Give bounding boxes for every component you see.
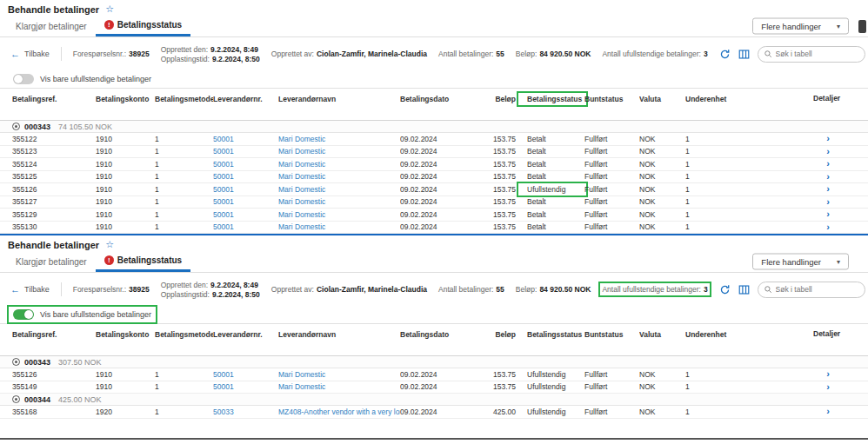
column-header-valuta[interactable]: Valuta (639, 95, 685, 103)
row-details-chevron[interactable]: › (813, 382, 843, 392)
column-header-belop[interactable]: Beløp (474, 330, 520, 339)
row-details-chevron[interactable]: › (813, 172, 843, 182)
refresh-icon[interactable] (719, 49, 731, 60)
info-label: Opplastingstid: (161, 55, 210, 63)
payment-group-row[interactable]: 000344425.00 NOK (0, 394, 868, 406)
payment-row[interactable]: 3551251910150001Mari Domestic09.02.20241… (0, 171, 868, 184)
tab-klargjor-betalinger[interactable]: Klargjør betalinger (7, 251, 96, 272)
table-search[interactable] (758, 282, 865, 298)
cell-levnr[interactable]: 50001 (213, 160, 278, 169)
tab-betalingsstatus[interactable]: ! Betalingsstatus (96, 16, 190, 36)
show-incomplete-toggle[interactable] (13, 74, 34, 84)
column-header-buntstatus[interactable]: Buntstatus (584, 330, 639, 339)
cell-konto: 1910 (96, 147, 155, 156)
tab-betalingsstatus[interactable]: ! Betalingsstatus (96, 251, 190, 272)
table-search[interactable] (758, 46, 865, 63)
column-header-detaljer[interactable]: Detaljer (813, 330, 843, 339)
column-header-betalingsstatus[interactable]: Betalingsstatus (520, 95, 584, 103)
cell-levnr[interactable]: 50001 (213, 370, 278, 379)
column-header-leverandornr[interactable]: Leverandørnr. (213, 330, 278, 339)
cell-under: 1 (685, 185, 813, 194)
row-details-chevron[interactable]: › (813, 147, 843, 156)
group-ref: 000343 (24, 123, 50, 131)
refresh-icon[interactable] (719, 284, 731, 295)
favorite-star-icon[interactable]: ☆ (105, 239, 114, 250)
row-details-chevron[interactable]: › (813, 209, 843, 219)
cell-levnr[interactable]: 50001 (213, 210, 278, 219)
column-header-betalingsdato[interactable]: Betalingsdato (400, 95, 474, 103)
search-input[interactable] (776, 50, 859, 58)
row-details-chevron[interactable]: › (813, 159, 843, 169)
table-columns-icon[interactable] (738, 49, 750, 60)
cell-levnr[interactable]: 50001 (213, 197, 278, 206)
tab-klargjor-betalinger[interactable]: Klargjør betalinger (7, 16, 96, 36)
payment-row[interactable]: 3551241910150001Mari Domestic09.02.20241… (0, 158, 868, 171)
row-details-chevron[interactable]: › (813, 197, 843, 207)
column-header-buntstatus[interactable]: Buntstatus (584, 95, 639, 103)
back-button[interactable]: ← Tilbake (10, 284, 50, 295)
column-header-valuta[interactable]: Valuta (639, 330, 685, 339)
cell-levnr[interactable]: 50033 (213, 408, 278, 416)
payment-row[interactable]: 3551231910150001Mari Domestic09.02.20241… (0, 146, 868, 159)
cell-metode: 1 (155, 370, 213, 379)
table-columns-icon[interactable] (738, 284, 750, 295)
more-actions-button[interactable]: Flere handlinger ▾ (752, 18, 849, 35)
column-header-betalingskonto[interactable]: Betalingskonto (96, 330, 155, 339)
cell-levnavn[interactable]: Mari Domestic (278, 135, 400, 143)
column-header-betalingsref[interactable]: Betalingsref. (12, 330, 96, 339)
cell-levnr[interactable]: 50001 (213, 382, 278, 391)
row-details-chevron[interactable]: › (813, 222, 843, 232)
column-header-betalingsref[interactable]: Betalingsref. (12, 95, 96, 103)
payment-row[interactable]: 3551681920150033MZ408-Another vendor wit… (0, 406, 868, 419)
column-header-belop[interactable]: Beløp (474, 95, 520, 103)
payment-row[interactable]: 3551271910150001Mari Domestic09.02.20241… (0, 196, 868, 209)
row-details-chevron[interactable]: › (813, 134, 843, 143)
cell-levnavn[interactable]: Mari Domestic (278, 160, 400, 169)
cell-levnr[interactable]: 50001 (213, 135, 278, 143)
payment-row[interactable]: 3551301910150001Mari Domestic09.02.20241… (0, 222, 868, 235)
row-details-chevron[interactable]: › (813, 369, 843, 379)
info-label: Beløp: (516, 285, 537, 294)
payment-row[interactable]: 3551291910150001Mari Domestic09.02.20241… (0, 209, 868, 222)
column-header-betalingsdato[interactable]: Betalingsdato (400, 330, 474, 339)
column-header-detaljer[interactable]: Detaljer (813, 95, 843, 103)
cell-levnr[interactable]: 50001 (213, 222, 278, 231)
cell-levnavn[interactable]: Mari Domestic (278, 382, 400, 391)
payment-group-row[interactable]: 000343307.50 NOK (0, 356, 868, 368)
cell-levnr[interactable]: 50001 (213, 147, 278, 156)
request-number-info: Forespørselsnr.: 38925 (73, 285, 150, 294)
payment-row[interactable]: 3551261910150001Mari Domestic09.02.20241… (0, 183, 868, 196)
column-header-leverandornavn[interactable]: Leverandørnavn (278, 330, 400, 339)
back-button[interactable]: ← Tilbake (10, 49, 50, 59)
column-header-betalingskonto[interactable]: Betalingskonto (96, 95, 155, 103)
column-header-betalingsmetode[interactable]: Betalingsmetode (155, 95, 213, 103)
side-panel-icon[interactable] (858, 20, 866, 33)
page-header: Behandle betalinger ☆ (0, 235, 868, 251)
show-incomplete-toggle[interactable] (13, 309, 34, 320)
row-details-chevron[interactable]: › (813, 407, 843, 416)
column-header-betalingsmetode[interactable]: Betalingsmetode (155, 330, 213, 339)
cell-levnavn[interactable]: Mari Domestic (278, 222, 400, 231)
column-header-underenhet[interactable]: Underenhet (685, 95, 813, 103)
cell-levnavn[interactable]: Mari Domestic (278, 172, 400, 181)
column-header-leverandornr[interactable]: Leverandørnr. (213, 95, 278, 103)
payment-row[interactable]: 3551261910150001Mari Domestic09.02.20241… (0, 368, 868, 381)
payment-row[interactable]: 3551491910150001Mari Domestic09.02.20241… (0, 381, 868, 394)
column-header-betalingsstatus[interactable]: Betalingsstatus (520, 330, 584, 339)
column-header-leverandornavn[interactable]: Leverandørnavn (278, 95, 400, 103)
more-actions-button[interactable]: Flere handlinger ▾ (752, 254, 849, 270)
cell-levnavn[interactable]: MZ408-Another vendor with a very long n.… (278, 408, 400, 416)
favorite-star-icon[interactable]: ☆ (105, 3, 114, 15)
cell-levnavn[interactable]: Mari Domestic (278, 185, 400, 194)
cell-levnavn[interactable]: Mari Domestic (278, 370, 400, 379)
cell-levnavn[interactable]: Mari Domestic (278, 147, 400, 156)
column-header-underenhet[interactable]: Underenhet (685, 330, 813, 339)
search-input[interactable] (776, 285, 859, 294)
cell-levnr[interactable]: 50001 (213, 172, 278, 181)
row-details-chevron[interactable]: › (813, 184, 843, 194)
cell-levnr[interactable]: 50001 (213, 185, 278, 194)
cell-levnavn[interactable]: Mari Domestic (278, 210, 400, 219)
payment-row[interactable]: 3551221910150001Mari Domestic09.02.20241… (0, 133, 868, 146)
cell-levnavn[interactable]: Mari Domestic (278, 197, 400, 206)
payment-group-row[interactable]: 00034374 105.50 NOK (0, 121, 868, 133)
